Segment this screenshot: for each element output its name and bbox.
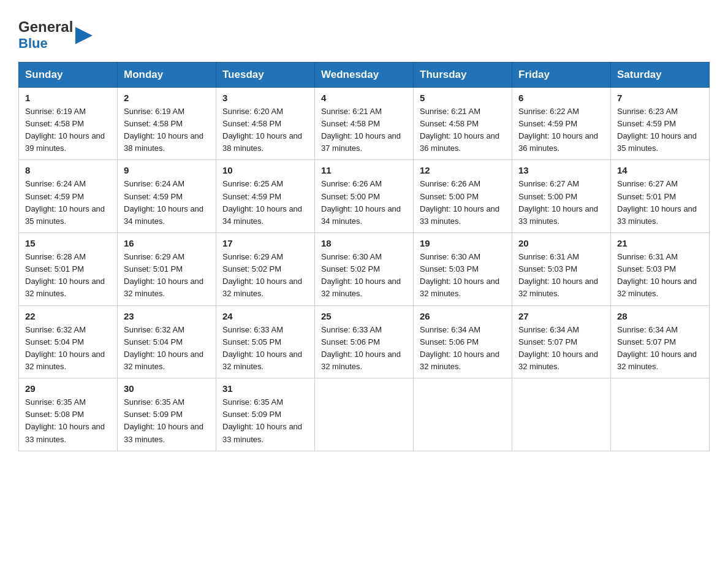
day-info: Sunrise: 6:35 AM Sunset: 5:09 PM Dayligh… <box>222 396 308 446</box>
calendar-day-cell: 30 Sunrise: 6:35 AM Sunset: 5:09 PM Dayl… <box>118 378 216 451</box>
day-number: 20 <box>518 238 604 248</box>
calendar-day-cell: 31 Sunrise: 6:35 AM Sunset: 5:09 PM Dayl… <box>216 378 315 451</box>
calendar-day-cell: 21 Sunrise: 6:31 AM Sunset: 5:03 PM Dayl… <box>611 233 710 306</box>
calendar-day-cell: 29 Sunrise: 6:35 AM Sunset: 5:08 PM Dayl… <box>19 378 118 451</box>
day-info: Sunrise: 6:31 AM Sunset: 5:03 PM Dayligh… <box>518 251 604 301</box>
calendar-day-cell: 7 Sunrise: 6:23 AM Sunset: 4:59 PM Dayli… <box>611 87 710 160</box>
calendar-week-row: 1 Sunrise: 6:19 AM Sunset: 4:58 PM Dayli… <box>19 87 710 160</box>
logo-arrow-icon <box>75 27 93 44</box>
day-info: Sunrise: 6:22 AM Sunset: 4:59 PM Dayligh… <box>518 105 604 155</box>
calendar-day-cell: 19 Sunrise: 6:30 AM Sunset: 5:03 PM Dayl… <box>414 233 512 306</box>
day-number: 1 <box>25 93 111 103</box>
day-number: 27 <box>518 311 604 321</box>
day-number: 3 <box>222 93 308 103</box>
day-info: Sunrise: 6:27 AM Sunset: 5:00 PM Dayligh… <box>518 178 604 228</box>
day-number: 21 <box>617 238 703 248</box>
calendar-empty-cell <box>512 378 611 451</box>
column-header-friday: Friday <box>512 62 611 87</box>
column-header-wednesday: Wednesday <box>315 62 414 87</box>
calendar-day-cell: 6 Sunrise: 6:22 AM Sunset: 4:59 PM Dayli… <box>512 87 611 160</box>
calendar-day-cell: 10 Sunrise: 6:25 AM Sunset: 4:59 PM Dayl… <box>216 160 315 233</box>
column-header-tuesday: Tuesday <box>216 62 315 87</box>
day-number: 10 <box>222 165 308 175</box>
calendar-day-cell: 20 Sunrise: 6:31 AM Sunset: 5:03 PM Dayl… <box>512 233 611 306</box>
calendar-day-cell: 22 Sunrise: 6:32 AM Sunset: 5:04 PM Dayl… <box>19 305 118 378</box>
calendar-day-cell: 27 Sunrise: 6:34 AM Sunset: 5:07 PM Dayl… <box>512 305 611 378</box>
page-header: General Blue <box>18 12 710 51</box>
calendar-day-cell: 24 Sunrise: 6:33 AM Sunset: 5:05 PM Dayl… <box>216 305 315 378</box>
day-number: 26 <box>420 311 506 321</box>
calendar-day-cell: 1 Sunrise: 6:19 AM Sunset: 4:58 PM Dayli… <box>19 87 118 160</box>
day-number: 17 <box>222 238 308 248</box>
day-info: Sunrise: 6:21 AM Sunset: 4:58 PM Dayligh… <box>321 105 407 155</box>
calendar-day-cell: 18 Sunrise: 6:30 AM Sunset: 5:02 PM Dayl… <box>315 233 414 306</box>
calendar-week-row: 8 Sunrise: 6:24 AM Sunset: 4:59 PM Dayli… <box>19 160 710 233</box>
day-number: 5 <box>420 93 506 103</box>
day-number: 9 <box>124 165 210 175</box>
calendar-day-cell: 23 Sunrise: 6:32 AM Sunset: 5:04 PM Dayl… <box>118 305 216 378</box>
day-info: Sunrise: 6:26 AM Sunset: 5:00 PM Dayligh… <box>321 178 407 228</box>
day-number: 29 <box>25 383 111 394</box>
calendar-day-cell: 13 Sunrise: 6:27 AM Sunset: 5:00 PM Dayl… <box>512 160 611 233</box>
day-info: Sunrise: 6:33 AM Sunset: 5:06 PM Dayligh… <box>321 324 407 373</box>
calendar-day-cell: 26 Sunrise: 6:34 AM Sunset: 5:06 PM Dayl… <box>414 305 512 378</box>
calendar-week-row: 15 Sunrise: 6:28 AM Sunset: 5:01 PM Dayl… <box>19 233 710 306</box>
calendar-day-cell: 12 Sunrise: 6:26 AM Sunset: 5:00 PM Dayl… <box>414 160 512 233</box>
day-info: Sunrise: 6:19 AM Sunset: 4:58 PM Dayligh… <box>124 105 210 155</box>
calendar-day-cell: 9 Sunrise: 6:24 AM Sunset: 4:59 PM Dayli… <box>118 160 216 233</box>
day-number: 30 <box>124 383 210 394</box>
logo: General Blue <box>18 18 93 51</box>
calendar-day-cell: 8 Sunrise: 6:24 AM Sunset: 4:59 PM Dayli… <box>19 160 118 233</box>
day-info: Sunrise: 6:30 AM Sunset: 5:02 PM Dayligh… <box>321 251 407 301</box>
column-header-monday: Monday <box>118 62 216 87</box>
calendar-week-row: 22 Sunrise: 6:32 AM Sunset: 5:04 PM Dayl… <box>19 305 710 378</box>
day-info: Sunrise: 6:21 AM Sunset: 4:58 PM Dayligh… <box>420 105 506 155</box>
calendar-day-cell: 2 Sunrise: 6:19 AM Sunset: 4:58 PM Dayli… <box>118 87 216 160</box>
day-number: 18 <box>321 238 407 248</box>
day-number: 16 <box>124 238 210 248</box>
day-info: Sunrise: 6:35 AM Sunset: 5:08 PM Dayligh… <box>25 396 111 446</box>
day-number: 13 <box>518 165 604 175</box>
logo-text-general: General <box>18 18 73 36</box>
calendar-day-cell: 25 Sunrise: 6:33 AM Sunset: 5:06 PM Dayl… <box>315 305 414 378</box>
day-number: 15 <box>25 238 111 248</box>
calendar-empty-cell <box>414 378 512 451</box>
day-info: Sunrise: 6:27 AM Sunset: 5:01 PM Dayligh… <box>617 178 703 228</box>
day-info: Sunrise: 6:28 AM Sunset: 5:01 PM Dayligh… <box>25 251 111 301</box>
day-info: Sunrise: 6:20 AM Sunset: 4:58 PM Dayligh… <box>222 105 308 155</box>
column-header-sunday: Sunday <box>19 62 118 87</box>
day-number: 12 <box>420 165 506 175</box>
calendar-day-cell: 28 Sunrise: 6:34 AM Sunset: 5:07 PM Dayl… <box>611 305 710 378</box>
calendar-day-cell: 5 Sunrise: 6:21 AM Sunset: 4:58 PM Dayli… <box>414 87 512 160</box>
calendar-week-row: 29 Sunrise: 6:35 AM Sunset: 5:08 PM Dayl… <box>19 378 710 451</box>
day-number: 11 <box>321 165 407 175</box>
column-header-thursday: Thursday <box>414 62 512 87</box>
day-number: 31 <box>222 383 308 394</box>
day-info: Sunrise: 6:32 AM Sunset: 5:04 PM Dayligh… <box>25 324 111 373</box>
day-number: 4 <box>321 93 407 103</box>
day-number: 2 <box>124 93 210 103</box>
calendar-day-cell: 15 Sunrise: 6:28 AM Sunset: 5:01 PM Dayl… <box>19 233 118 306</box>
day-info: Sunrise: 6:26 AM Sunset: 5:00 PM Dayligh… <box>420 178 506 228</box>
day-info: Sunrise: 6:35 AM Sunset: 5:09 PM Dayligh… <box>124 396 210 446</box>
calendar-day-cell: 11 Sunrise: 6:26 AM Sunset: 5:00 PM Dayl… <box>315 160 414 233</box>
calendar-day-cell: 3 Sunrise: 6:20 AM Sunset: 4:58 PM Dayli… <box>216 87 315 160</box>
day-info: Sunrise: 6:19 AM Sunset: 4:58 PM Dayligh… <box>25 105 111 155</box>
day-info: Sunrise: 6:34 AM Sunset: 5:07 PM Dayligh… <box>518 324 604 373</box>
day-info: Sunrise: 6:34 AM Sunset: 5:07 PM Dayligh… <box>617 324 703 373</box>
day-number: 25 <box>321 311 407 321</box>
calendar-empty-cell <box>315 378 414 451</box>
day-info: Sunrise: 6:30 AM Sunset: 5:03 PM Dayligh… <box>420 251 506 301</box>
day-number: 14 <box>617 165 703 175</box>
day-info: Sunrise: 6:23 AM Sunset: 4:59 PM Dayligh… <box>617 105 703 155</box>
day-number: 19 <box>420 238 506 248</box>
day-number: 8 <box>25 165 111 175</box>
calendar-empty-cell <box>611 378 710 451</box>
day-info: Sunrise: 6:25 AM Sunset: 4:59 PM Dayligh… <box>222 178 308 228</box>
day-number: 22 <box>25 311 111 321</box>
day-number: 24 <box>222 311 308 321</box>
column-header-saturday: Saturday <box>611 62 710 87</box>
calendar-day-cell: 17 Sunrise: 6:29 AM Sunset: 5:02 PM Dayl… <box>216 233 315 306</box>
day-info: Sunrise: 6:34 AM Sunset: 5:06 PM Dayligh… <box>420 324 506 373</box>
day-number: 7 <box>617 93 703 103</box>
